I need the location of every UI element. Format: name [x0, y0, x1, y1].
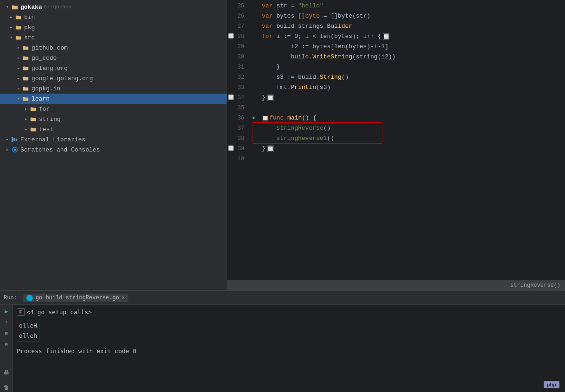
- code-line-34: } ⬜: [253, 93, 565, 103]
- status-text: stringReverse(): [510, 282, 560, 289]
- fold-icon-28[interactable]: ⬜: [383, 33, 389, 40]
- ln-32: 32: [227, 72, 248, 82]
- tree-root[interactable]: gokaka D:\gokaka: [0, 2, 227, 12]
- scratch-icon: [11, 146, 19, 153]
- arrow-gocode: [15, 54, 22, 62]
- arrow-string: [22, 115, 30, 123]
- sidebar-item-golangorg[interactable]: golang.org: [0, 63, 227, 73]
- folder-icon-bin: [15, 13, 22, 21]
- folder-icon-golangorg: [22, 64, 30, 72]
- ln-34: 34 ⬜: [227, 93, 248, 103]
- close-tab-icon[interactable]: ×: [122, 295, 125, 301]
- folder-icon-external: [11, 136, 19, 143]
- folder-icon-src: [15, 34, 22, 41]
- svg-point-30: [13, 148, 16, 151]
- arrow-github: [15, 44, 22, 51]
- process-line: Process finished with exit code 0: [17, 346, 561, 356]
- label-external: External Libraries: [20, 136, 85, 143]
- sidebar-item-bin[interactable]: bin: [0, 12, 227, 22]
- ln-30: 30: [227, 52, 248, 62]
- code-line-39: } ⬜: [253, 144, 565, 154]
- sidebar-item-scratches[interactable]: Scratches and Consoles: [0, 145, 227, 155]
- console-output: ⊞ <4 go setup calls> olleH olleh Process…: [13, 305, 565, 392]
- sidebar-item-src[interactable]: src: [0, 32, 227, 43]
- folder-icon-for: [30, 105, 37, 113]
- sidebar-item-external[interactable]: External Libraries: [0, 134, 227, 145]
- go-icon: [26, 295, 33, 301]
- label-github: github.com: [32, 44, 68, 51]
- svg-rect-28: [16, 139, 18, 141]
- ln-33: 33: [227, 82, 248, 93]
- arrow-pkg: [7, 24, 15, 31]
- arrow-test: [22, 126, 30, 133]
- setup-expand-btn[interactable]: ⊞: [17, 308, 25, 316]
- svg-rect-19: [23, 97, 28, 101]
- code-line-38: stringReverse1(): [253, 133, 565, 144]
- label-scratches: Scratches and Consoles: [20, 146, 100, 153]
- run-icon-36: ▶: [253, 113, 262, 123]
- console-toolbar: ▶ ↑ ⊞ ⊟ 🖶 🗑: [0, 305, 13, 392]
- tree-root-label: gokaka: [20, 4, 42, 11]
- output-line-1: olleH: [19, 320, 37, 330]
- code-line-36: ▶ ⬜ func main() {: [253, 113, 565, 123]
- ln-40: 40: [227, 154, 248, 164]
- sidebar-item-pkg[interactable]: pkg: [0, 22, 227, 32]
- svg-rect-23: [31, 118, 36, 121]
- fold-icon-39[interactable]: ⬜: [267, 145, 274, 152]
- sidebar-item-learn[interactable]: learn: [0, 94, 227, 104]
- ln-39: 39 ⬜: [227, 144, 248, 154]
- folder-icon-gocode: [22, 54, 30, 62]
- fold-icon-36[interactable]: ⬜: [262, 115, 268, 121]
- arrow-googlegolang: [15, 75, 22, 82]
- console-area: Run: go build stringReverse.go × ▶ ↑ ⊞ ⊟…: [0, 290, 565, 392]
- print-button[interactable]: 🖶: [2, 368, 11, 377]
- console-tab-label: go build stringReverse.go: [36, 295, 119, 301]
- editor-status: stringReverse(): [227, 280, 565, 290]
- sidebar-item-test[interactable]: test: [0, 124, 227, 134]
- sidebar-item-github[interactable]: github.com: [0, 43, 227, 53]
- svg-rect-25: [31, 128, 36, 131]
- folder-icon-test: [30, 126, 37, 133]
- up-button[interactable]: ↑: [2, 318, 11, 327]
- code-line-32: s3 := build.String(): [253, 72, 565, 82]
- output-box: olleH olleh: [17, 319, 39, 342]
- folder-icon-string: [30, 115, 37, 123]
- label-src: src: [24, 34, 35, 41]
- ln-36: 36: [227, 113, 248, 123]
- sidebar-item-googlegolang[interactable]: google.golang.org: [0, 73, 227, 83]
- label-gopkg: gopkg.in: [32, 85, 60, 92]
- folder-icon-gopkg: [22, 85, 30, 92]
- code-line-28: for i := 0; i < len(bytes); i++ { ⬜: [253, 32, 565, 42]
- code-lines-wrapper: ▶ var str = "hello" var bytes []byte = […: [253, 0, 565, 280]
- output-line-2: olleh: [19, 330, 37, 341]
- code-line-27: var build strings.Builder: [253, 21, 565, 32]
- tree-arrow-root: [4, 3, 11, 11]
- ln-27: 27: [227, 21, 248, 32]
- code-line-31: }: [253, 62, 565, 72]
- trash-button[interactable]: 🗑: [2, 383, 11, 392]
- play-button[interactable]: ▶: [2, 307, 11, 316]
- svg-rect-21: [31, 107, 36, 111]
- code-line-33: fmt.Println(s3): [253, 82, 565, 93]
- code-line-26: var bytes []byte = []byte(str): [253, 11, 565, 21]
- sidebar-item-string[interactable]: string: [0, 114, 227, 124]
- svg-rect-1: [12, 6, 18, 9]
- code-lines[interactable]: var str = "hello" var bytes []byte = []b…: [253, 0, 565, 164]
- console-tab[interactable]: go build stringReverse.go ×: [23, 294, 129, 302]
- svg-rect-7: [16, 36, 21, 39]
- svg-rect-26: [12, 137, 13, 142]
- fold-icon-34[interactable]: ⬜: [267, 95, 274, 101]
- sidebar-item-for[interactable]: for: [0, 104, 227, 114]
- folder-icon-github: [22, 44, 30, 51]
- code-line-35: [253, 103, 565, 113]
- editor-area: 25 26 27 28 ⬜ 29 30 31 32 33 34 ⬜ 35 36: [227, 0, 565, 290]
- sidebar-item-gopkg[interactable]: gopkg.in: [0, 83, 227, 94]
- sidebar-item-gocode[interactable]: go_code: [0, 53, 227, 63]
- collapse-button[interactable]: ⊟: [2, 340, 11, 349]
- code-line-25: var str = "hello": [253, 1, 565, 11]
- svg-rect-11: [23, 57, 28, 60]
- line-numbers: 25 26 27 28 ⬜ 29 30 31 32 33 34 ⬜ 35 36: [227, 0, 253, 280]
- main-area: gokaka D:\gokaka bin pkg src: [0, 0, 565, 290]
- expand-button[interactable]: ⊞: [2, 329, 11, 338]
- svg-rect-17: [23, 87, 28, 90]
